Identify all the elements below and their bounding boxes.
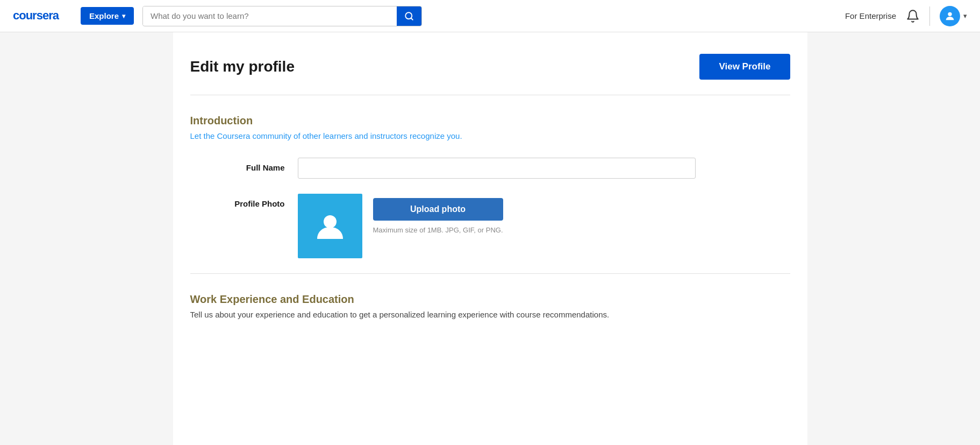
svg-text:coursera: coursera [13, 9, 60, 22]
introduction-subtitle: Let the Coursera community of other lear… [190, 131, 790, 140]
explore-label: Explore [89, 11, 119, 20]
photo-hint: Maximum size of 1MB. JPG, GIF, or PNG. [373, 226, 503, 234]
for-enterprise-link[interactable]: For Enterprise [845, 11, 896, 20]
search-input[interactable] [143, 6, 397, 25]
svg-point-3 [948, 12, 952, 16]
avatar-chevron-icon: ▾ [963, 12, 967, 20]
full-name-label: Full Name [190, 158, 298, 172]
work-education-subtitle: Tell us about your experience and educat… [190, 310, 790, 319]
profile-photo-control: Upload photo Maximum size of 1MB. JPG, G… [298, 194, 790, 258]
profile-photo-label: Profile Photo [190, 194, 298, 208]
avatar-icon [944, 10, 956, 22]
upload-photo-button[interactable]: Upload photo [373, 198, 503, 221]
photo-area: Upload photo Maximum size of 1MB. JPG, G… [298, 194, 790, 258]
page-header: Edit my profile View Profile [190, 54, 790, 95]
photo-placeholder [298, 194, 362, 258]
search-button[interactable] [397, 6, 421, 26]
view-profile-button[interactable]: View Profile [699, 54, 790, 80]
coursera-logo: coursera [13, 6, 72, 26]
work-education-title: Work Experience and Education [190, 293, 790, 306]
notification-icon[interactable] [906, 9, 920, 23]
full-name-row: Full Name [190, 158, 790, 179]
profile-photo-row: Profile Photo Upload photo Maximum size … [190, 194, 790, 258]
search-icon [404, 11, 414, 21]
profile-placeholder-icon [314, 210, 346, 242]
introduction-title: Introduction [190, 115, 790, 127]
svg-line-2 [411, 18, 413, 19]
search-bar [142, 6, 422, 26]
navbar: coursera Explore ▾ For Enterprise [0, 0, 980, 32]
introduction-section: Introduction Let the Coursera community … [190, 115, 790, 258]
work-education-section: Work Experience and Education Tell us ab… [190, 293, 790, 319]
navbar-divider [929, 6, 930, 26]
section-divider [190, 273, 790, 274]
avatar-menu[interactable]: ▾ [940, 6, 967, 26]
photo-actions: Upload photo Maximum size of 1MB. JPG, G… [373, 194, 503, 234]
explore-button[interactable]: Explore ▾ [81, 7, 134, 25]
full-name-input[interactable] [298, 158, 696, 179]
main-container: Edit my profile View Profile Introductio… [173, 32, 807, 445]
coursera-logo-svg: coursera [13, 6, 72, 23]
page-title: Edit my profile [190, 58, 295, 75]
coursera-logo-wrap[interactable]: coursera [13, 6, 72, 26]
explore-chevron-icon: ▾ [122, 12, 125, 20]
avatar [940, 6, 960, 26]
navbar-right: For Enterprise ▾ [845, 6, 967, 26]
svg-point-4 [324, 215, 337, 228]
full-name-control [298, 158, 790, 179]
